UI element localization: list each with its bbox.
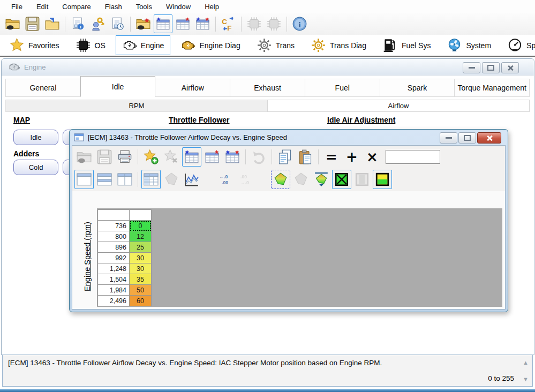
scroll-up-icon[interactable]: ▲ [523, 359, 529, 366]
value-cell[interactable]: 12 [130, 231, 152, 242]
compare-table-red-star-icon[interactable] [202, 147, 222, 167]
scroll-down-icon[interactable]: ▼ [523, 376, 529, 382]
engine-maximize-button[interactable] [482, 62, 500, 73]
compare-table-blue-star-icon[interactable] [182, 147, 201, 167]
engine-icon [122, 38, 137, 52]
svg-text:.00: .00 [240, 174, 247, 179]
compare-table-red-star-icon[interactable] [174, 14, 192, 33]
link-map[interactable]: MAP [13, 116, 30, 124]
compare-table-blue-star-icon[interactable] [154, 14, 172, 33]
rpm-cell[interactable]: 2,496 [98, 296, 130, 306]
rpm-cell[interactable]: 800 [98, 231, 130, 242]
paste-icon[interactable] [296, 147, 315, 167]
tab-general[interactable]: General [5, 79, 81, 97]
rpm-cell[interactable]: 992 [98, 253, 130, 263]
close-icon [507, 65, 514, 71]
value-cell[interactable]: 30 [130, 263, 152, 274]
ecm-maximize-button[interactable] [458, 132, 476, 144]
view-single-pane-icon[interactable] [74, 170, 94, 189]
open-bin-icon[interactable] [3, 14, 22, 33]
print-icon[interactable] [115, 147, 134, 167]
security-key-icon[interactable] [88, 14, 107, 33]
ecm-minimize-button[interactable] [440, 132, 457, 144]
view-line-chart-icon[interactable] [182, 170, 201, 189]
category-favorites[interactable]: Favorites [3, 35, 66, 55]
rpm-cell[interactable]: 1,248 [98, 263, 130, 274]
link-throttle-follower[interactable]: Throttle Follower [169, 116, 230, 124]
math-value-input[interactable] [386, 150, 440, 164]
bin-properties-icon[interactable]: i [69, 14, 87, 33]
compare-table-blue-red-star-icon[interactable] [193, 14, 212, 33]
value-cell[interactable]: 35 [130, 274, 152, 285]
menu-tools[interactable]: Tools [129, 1, 159, 12]
unit-convert-cf-icon[interactable]: CF [219, 14, 238, 33]
value-cell[interactable]: 60 [130, 296, 152, 306]
idle-button[interactable]: Idle [13, 130, 58, 145]
engine-close-button[interactable] [501, 62, 519, 73]
table-window-icon [74, 133, 84, 142]
equals-operator-icon[interactable]: = [322, 147, 341, 167]
rpm-cell[interactable]: 736 [98, 221, 130, 231]
save-bin-icon[interactable] [23, 14, 42, 33]
menu-help[interactable]: Help [198, 1, 226, 12]
cold-button[interactable]: Cold [13, 160, 58, 175]
toolbar-separator [245, 149, 246, 164]
bin-history-icon[interactable] [108, 14, 127, 33]
tab-spark[interactable]: Spark [380, 79, 455, 97]
compare-table-blue-red-star-icon[interactable] [223, 147, 242, 167]
tab-exhaust[interactable]: Exhaust [230, 79, 305, 97]
close-bin-icon[interactable] [43, 14, 62, 33]
multiply-operator-icon[interactable]: × [363, 147, 382, 167]
category-system[interactable]: System [441, 35, 498, 55]
open-compare-icon[interactable] [134, 14, 153, 33]
value-cell[interactable]: 30 [130, 253, 152, 263]
flip-surface-icon[interactable] [312, 170, 331, 189]
category-engine-diag[interactable]: Engine Diag [174, 35, 246, 55]
category-trans[interactable]: Trans [251, 35, 301, 55]
engine-minimize-button[interactable] [463, 62, 480, 73]
tab-torque-management[interactable]: Torque Management [454, 79, 530, 97]
value-cell[interactable]: 50 [130, 285, 152, 296]
category-os[interactable]: OS [70, 35, 112, 55]
mdi-workspace: Engine GeneralIdleAirflowExhaustFuelSpar… [0, 57, 535, 392]
category-speedo[interactable]: Speedo [501, 35, 535, 55]
color-surface-icon[interactable] [271, 170, 290, 189]
menu-file[interactable]: File [4, 1, 29, 12]
menu-compare[interactable]: Compare [55, 1, 97, 12]
view-hsplit-pane-icon[interactable] [95, 170, 114, 189]
link-idle-air-adjustment[interactable]: Idle Air Adjustment [327, 116, 395, 124]
rpm-cell[interactable]: 1,504 [98, 274, 130, 285]
ecm-toolbar-row1: =+× [72, 146, 505, 168]
ecm-close-button[interactable] [477, 132, 501, 144]
value-cell[interactable]: 0 [130, 221, 152, 231]
crosshatch-cell-icon[interactable] [332, 170, 351, 189]
plus-operator-icon[interactable]: + [342, 147, 361, 167]
heatmap-cell-icon[interactable] [373, 170, 392, 189]
subtab-rpm[interactable]: RPM [5, 100, 268, 112]
category-fuel-sys[interactable]: Fuel Sys [376, 35, 437, 55]
table-row: 80012 [98, 231, 152, 242]
view-surface-icon [162, 170, 181, 189]
add-favorite-star-icon[interactable] [141, 147, 161, 167]
menu-flash[interactable]: Flash [98, 1, 129, 12]
window-bottom-edge [0, 389, 535, 392]
plain-cell-icon [352, 170, 372, 189]
decrease-decimals-icon[interactable]: ←.0.00 [216, 170, 236, 189]
rpm-cell[interactable]: 1,984 [98, 285, 130, 296]
subtab-airflow[interactable]: Airflow [267, 100, 530, 112]
tab-idle[interactable]: Idle [80, 76, 156, 97]
category-engine[interactable]: Engine [116, 35, 171, 55]
tab-airflow[interactable]: Airflow [155, 79, 230, 97]
rpm-cell[interactable]: 896 [98, 242, 130, 253]
toolbar-separator [241, 17, 242, 32]
view-vsplit-pane-icon[interactable] [115, 170, 134, 189]
category-trans-diag[interactable]: Trans Diag [305, 35, 373, 55]
view-table-icon[interactable] [141, 170, 161, 189]
info-icon[interactable]: i [290, 14, 309, 33]
value-cell[interactable]: 25 [130, 242, 152, 253]
tab-fuel[interactable]: Fuel [305, 79, 380, 97]
menu-window[interactable]: Window [159, 1, 198, 12]
menu-edit[interactable]: Edit [29, 1, 55, 12]
category-label: Engine Diag [199, 41, 240, 50]
copy-icon[interactable] [275, 147, 295, 167]
